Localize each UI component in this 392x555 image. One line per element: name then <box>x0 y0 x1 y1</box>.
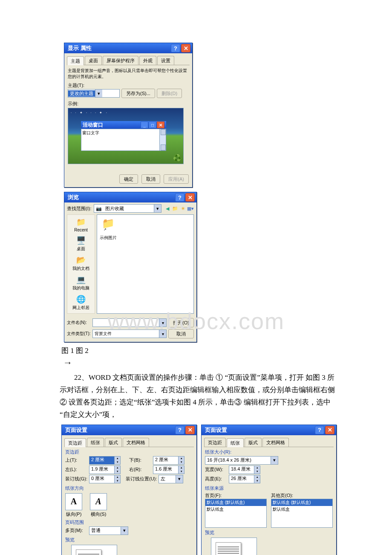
place-mydocs[interactable]: 📂我的文档 <box>72 255 89 272</box>
ok-button[interactable]: 确定 <box>119 174 138 184</box>
sample-label: 示例: <box>68 101 189 107</box>
close-icon[interactable]: ✕ <box>181 44 190 52</box>
tab-settings[interactable]: 设置 <box>157 56 174 65</box>
recycle-bin-icon: ♻️ <box>173 154 182 162</box>
cancel-button[interactable]: 取消 <box>168 329 194 338</box>
tab-bar: 主题 桌面 屏幕保护程序 外观 设置 <box>67 56 190 65</box>
arrow-icon: → <box>63 357 337 368</box>
folder-icon: 📂 <box>76 255 86 265</box>
help-icon[interactable]: ? <box>175 426 184 434</box>
theme-value: 更改的主题 <box>68 90 95 97</box>
close-icon: ✕ <box>157 121 164 128</box>
open-button[interactable]: 打开(O) <box>168 318 194 327</box>
place-network[interactable]: 🌐网上邻居 <box>72 295 89 311</box>
tab-desktop[interactable]: 桌面 <box>85 56 102 65</box>
network-icon: 🌐 <box>76 295 86 304</box>
tab-margins[interactable]: 页边距 <box>204 438 226 447</box>
top-label: 上(T): <box>65 457 87 463</box>
theme-dropdown[interactable]: 更改的主题 ▾ <box>68 89 120 98</box>
tab-theme[interactable]: 主题 <box>67 56 84 65</box>
gutter-pos-dropdown[interactable]: 左▾ <box>159 475 183 483</box>
cancel-button[interactable]: 取消 <box>141 174 160 184</box>
tab-grid[interactable]: 文档网格 <box>262 438 289 447</box>
help-icon[interactable]: ? <box>175 193 184 202</box>
filename-input[interactable]: ▾ <box>92 318 167 327</box>
otherpage-label: 其他页(O): <box>271 492 333 499</box>
chevron-down-icon[interactable]: ▾ <box>154 205 161 212</box>
list-item[interactable]: 默认纸盒 <box>271 506 332 513</box>
bottom-label: 下(B): <box>129 457 151 463</box>
titlebar: 浏览 ? ✕ <box>64 192 196 202</box>
top-spinner[interactable]: 2 厘米▴▾ <box>89 456 121 465</box>
folder-label: 示例图片 <box>100 235 117 241</box>
papersize-dropdown[interactable]: 16 开(18.4 x 26 厘米)▾ <box>205 456 278 465</box>
height-spinner[interactable]: 26 厘米▴▾ <box>229 475 260 483</box>
list-item[interactable]: 默认纸盒 <box>205 506 266 513</box>
firstpage-label: 首页(F): <box>205 492 267 499</box>
tab-appearance[interactable]: 外观 <box>139 56 156 65</box>
left-spinner[interactable]: 1.9 厘米▴▾ <box>89 465 121 474</box>
figure-caption: 图 1 图 2 <box>61 346 337 356</box>
filetype-label: 文件类型(T): <box>67 331 91 337</box>
tab-paper[interactable]: 纸张 <box>227 438 244 447</box>
up-icon[interactable]: 📁 <box>172 205 179 212</box>
body-paragraph-1: 22、WORD 文档页面设置的操作步骤：单击 ① “页面设置”菜单项，打开 如图… <box>60 372 337 421</box>
tab-layout[interactable]: 版式 <box>105 438 122 447</box>
multipage-dropdown[interactable]: 普通▾ <box>89 526 128 535</box>
chevron-down-icon[interactable]: ▾ <box>95 90 102 97</box>
back-icon[interactable]: ◀ <box>164 205 171 212</box>
portrait-button[interactable]: A <box>65 493 82 510</box>
delete-button: 删除(D) <box>157 89 182 98</box>
width-spinner[interactable]: 18.4 厘米▴▾ <box>229 465 260 474</box>
preview-group-label: 预览 <box>205 529 333 536</box>
file-area[interactable]: 📁 ↗ 示例图片 <box>97 214 194 314</box>
preview-window-title: 活动窗口 <box>83 121 103 129</box>
portrait-label: 纵向(P) <box>65 511 82 517</box>
tab-layout[interactable]: 版式 <box>245 438 262 447</box>
theme-label: 主题(T): <box>68 82 189 89</box>
margins-group-label: 页边距 <box>65 449 193 455</box>
lookin-value: 图片收藏 <box>104 205 154 212</box>
views-icon[interactable]: ▦▾ <box>187 205 194 212</box>
list-item[interactable]: 默认纸盒 (默认纸盒) <box>205 499 266 506</box>
place-mycomputer[interactable]: 💻我的电脑 <box>72 275 89 291</box>
theme-preview: · · ✦ · · · ✦ · 活动窗口 _ □ ✕ 窗口文字 ♻️ <box>68 108 184 164</box>
close-icon[interactable]: ✕ <box>325 426 334 434</box>
close-icon[interactable]: ✕ <box>185 193 195 202</box>
chevron-down-icon: ▾ <box>271 457 278 464</box>
dialog-title: 显示 属性 <box>68 44 92 52</box>
help-icon[interactable]: ? <box>315 426 324 434</box>
pages-group-label: 页码范围 <box>65 519 193 526</box>
gutter-spinner[interactable]: 0 厘米▴▾ <box>89 475 121 483</box>
titlebar: 页面设置 ?✕ <box>202 425 336 435</box>
chevron-down-icon[interactable]: ▾ <box>159 319 166 327</box>
bottom-spinner[interactable]: 2 厘米▴▾ <box>153 456 184 465</box>
places-bar: 📁Recent 🖥️桌面 📂我的文档 💻我的电脑 🌐网上邻居 <box>67 214 95 314</box>
otherpage-listbox[interactable]: 默认纸盒 (默认纸盒) 默认纸盒 <box>271 499 333 528</box>
lookin-dropdown[interactable]: 📷 图片收藏 ▾ <box>94 204 161 213</box>
folder-item[interactable]: 📁 ↗ 示例图片 <box>100 217 117 241</box>
landscape-button[interactable]: A <box>90 493 107 510</box>
new-folder-icon[interactable]: ✳ <box>179 205 186 212</box>
papersize-group-label: 纸张大小(R): <box>205 449 333 455</box>
right-spinner[interactable]: 1.6 厘米▴▾ <box>153 465 184 474</box>
lookin-label: 查找范围(I): <box>67 205 91 212</box>
tab-grid[interactable]: 文档网格 <box>123 438 149 447</box>
place-recent[interactable]: 📁Recent <box>74 217 88 232</box>
help-icon[interactable]: ? <box>171 44 180 52</box>
close-icon[interactable]: ✕ <box>185 426 195 434</box>
save-as-button[interactable]: 另存为(S)... <box>121 89 155 98</box>
theme-description: 主题是背景加一组声音，图标以及只需单击即可帮您个性化设置您的计算机的元素。 <box>68 68 189 80</box>
landscape-label: 横向(S) <box>90 511 107 517</box>
tab-margins[interactable]: 页边距 <box>64 438 86 447</box>
place-desktop[interactable]: 🖥️桌面 <box>76 236 86 252</box>
firstpage-listbox[interactable]: 默认纸盒 (默认纸盒) 默认纸盒 <box>205 499 267 528</box>
multipage-label: 多页(M): <box>65 527 87 534</box>
list-item[interactable]: 默认纸盒 (默认纸盒) <box>271 499 332 506</box>
dialog-title: 浏览 <box>68 194 79 201</box>
page-setup-paper-dialog: 页面设置 ?✕ 页边距 纸张 版式 文档网格 纸张大小(R): 16 开(18.… <box>201 425 337 555</box>
filetype-dropdown[interactable]: 背景文件▾ <box>92 330 167 338</box>
tab-paper[interactable]: 纸张 <box>87 438 104 447</box>
chevron-down-icon[interactable]: ▾ <box>159 330 166 338</box>
tab-screensaver[interactable]: 屏幕保护程序 <box>103 56 138 65</box>
